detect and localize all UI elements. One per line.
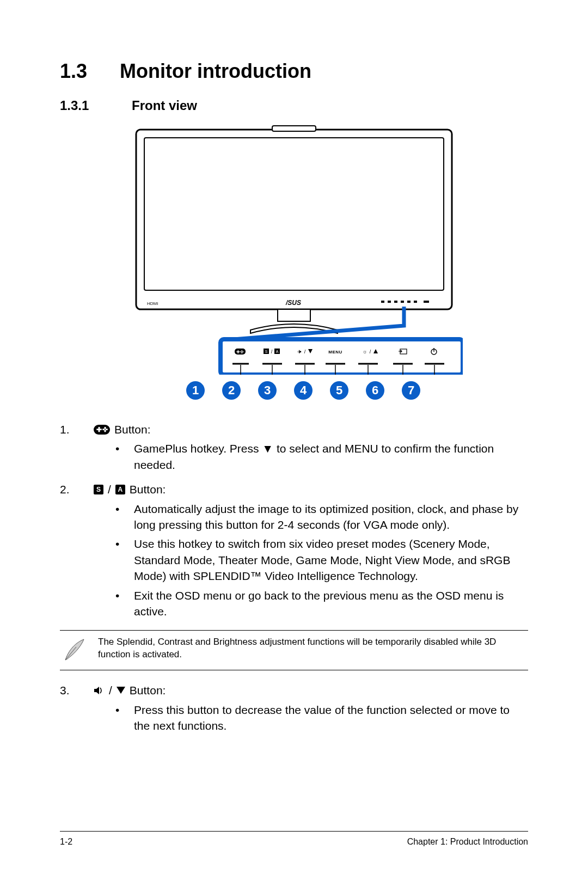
slash: / — [109, 682, 112, 698]
svg-text:A: A — [276, 350, 279, 353]
monitor-front-figure: HDMI /SUS ✚✜ S / — [60, 124, 528, 400]
svg-rect-12 — [278, 309, 310, 321]
svg-rect-8 — [401, 301, 404, 303]
slash: / — [108, 481, 111, 497]
down-triangle-icon — [117, 687, 125, 694]
section-title: Monitor introduction — [120, 60, 311, 82]
svg-text:✚✜: ✚✜ — [236, 350, 244, 355]
note-box: The Splendid, Contrast and Brightness ad… — [60, 630, 528, 670]
bullet-text: Automatically adjust the image to its op… — [134, 501, 528, 533]
section-number: 1.3 — [60, 60, 120, 83]
svg-rect-7 — [394, 301, 397, 303]
item-number: 2. — [60, 481, 94, 622]
volume-icon — [94, 686, 105, 695]
svg-text:HDMI: HDMI — [147, 301, 158, 306]
bullet-text: Exit the OSD menu or go back to the prev… — [134, 588, 528, 620]
svg-rect-2 — [272, 126, 316, 131]
feather-note-icon — [60, 636, 88, 664]
monitor-illustration: HDMI /SUS ✚✜ S / — [125, 124, 463, 375]
svg-rect-5 — [381, 301, 384, 303]
subsection-number: 1.3.1 — [60, 98, 132, 113]
bullet-text: Press this button to decrease the value … — [134, 702, 528, 734]
list-item-1: 1. ✚ ✜ Button: •GamePlus hotkey. Press ▼… — [60, 421, 528, 476]
callout-4: 4 — [294, 381, 313, 400]
svg-text:S: S — [265, 350, 268, 353]
item-title-suffix: Button: — [130, 481, 166, 497]
button-description-list: 1. ✚ ✜ Button: •GamePlus hotkey. Press ▼… — [60, 421, 528, 737]
page-number: 1-2 — [60, 837, 72, 847]
callout-6: 6 — [366, 381, 384, 400]
item-title-suffix: Button: — [130, 682, 166, 698]
list-item-3: 3. / Button: •Press this button to decre… — [60, 682, 528, 737]
item-number: 3. — [60, 682, 94, 737]
list-item-2: 2. S / A Button: •Automatically adjust t… — [60, 481, 528, 622]
gameplus-icon: ✚ ✜ — [94, 425, 110, 435]
callout-7: 7 — [402, 381, 420, 400]
svg-text:/SUS: /SUS — [285, 299, 301, 307]
chapter-label: Chapter 1: Product Introduction — [407, 837, 528, 847]
svg-rect-9 — [407, 301, 411, 303]
callout-5: 5 — [330, 381, 348, 400]
bullet-text: GamePlus hotkey. Press ▼ to select and M… — [134, 441, 528, 473]
a-mode-icon: A — [115, 485, 125, 494]
item-title-suffix: Button: — [114, 421, 151, 437]
svg-rect-11 — [424, 301, 429, 303]
s-mode-icon: S — [94, 485, 103, 494]
svg-text:🕩: 🕩 — [297, 349, 302, 355]
svg-text:☼: ☼ — [362, 349, 367, 355]
callout-1: 1 — [186, 381, 205, 400]
svg-rect-10 — [414, 301, 417, 303]
section-heading: 1.3Monitor introduction — [60, 60, 528, 83]
bullet-text: Use this hotkey to switch from six video… — [134, 536, 528, 584]
page-footer: 1-2 Chapter 1: Product Introduction — [60, 831, 528, 847]
svg-rect-1 — [144, 138, 444, 290]
subsection-heading: 1.3.1Front view — [60, 98, 528, 113]
note-text: The Splendid, Contrast and Brightness ad… — [98, 636, 528, 661]
svg-rect-13 — [220, 339, 463, 375]
callout-2: 2 — [222, 381, 241, 400]
callout-row: 1 2 3 4 5 6 7 — [164, 381, 420, 400]
svg-marker-46 — [94, 687, 99, 694]
subsection-title: Front view — [132, 98, 197, 113]
svg-rect-6 — [388, 301, 391, 303]
svg-text:MENU: MENU — [328, 350, 342, 355]
callout-3: 3 — [258, 381, 277, 400]
item-number: 1. — [60, 421, 94, 476]
